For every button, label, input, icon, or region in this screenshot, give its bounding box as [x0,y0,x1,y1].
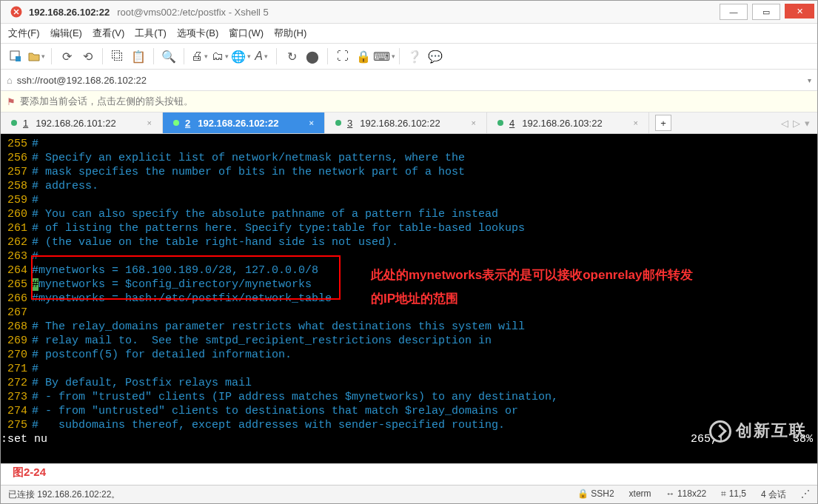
line-number: 274 [1,404,32,418]
toolbar-sep [102,48,103,64]
tab-close-icon[interactable]: × [147,118,152,127]
keyboard-icon[interactable]: ⌨ [375,47,393,65]
terminal-line: 262# (the value on the table right-hand … [1,235,817,249]
maximize-button[interactable]: ▭ [752,4,780,20]
menu-options[interactable]: 选项卡(B) [177,27,218,40]
menu-edit[interactable]: 编辑(E) [50,27,82,40]
tab-close-icon[interactable]: × [472,118,476,127]
profile-icon[interactable]: 🗂 [211,47,229,65]
session-tab[interactable]: 1 192.168.26.101:22× [1,112,163,133]
help-icon[interactable]: ❔ [406,47,423,65]
lock-icon[interactable]: 🔒 [355,47,372,65]
figure-caption: 图2-24 [1,463,817,485]
tab-label: 192.168.26.101:22 [36,118,115,129]
open-session-icon[interactable] [27,47,45,65]
session-tab[interactable]: 2 192.168.26.102:22× [163,112,325,133]
status-sessions: 4 会话 [761,488,786,501]
tab-label: 192.168.26.102:22 [198,118,278,129]
terminal-line: 258# address. [1,179,817,193]
menubar: 文件(F) 编辑(E) 查看(V) 工具(T) 选项卡(B) 窗口(W) 帮助(… [1,24,817,44]
terminal-line: 268# The relay_domains parameter restric… [1,320,817,334]
line-number: 275 [1,418,32,432]
terminal-line: 271# [1,362,817,376]
fullscreen-icon[interactable]: ⛶ [334,47,352,65]
line-number: 260 [1,207,32,221]
line-text: # [32,249,38,263]
line-text: # The relay_domains parameter restricts … [32,320,525,334]
terminal-line: 257# mask specifies the number of bits i… [1,165,817,179]
toolbar: ⟳ ⟲ ⿻ 📋 🔍 🖨 🗂 🌐 A ↻ ⬤ ⛶ 🔒 ⌨ ❔ 💬 [1,44,817,70]
menu-window[interactable]: 窗口(W) [229,27,264,40]
watermark-text: 创新互联 [736,425,807,439]
tab-close-icon[interactable]: × [309,118,314,127]
line-text: # By default, Postfix relays mail [32,376,252,390]
address-bar[interactable]: ⌂ ssh://root@192.168.26.102:22 ▾ [1,70,817,91]
line-number: 267 [1,306,32,320]
line-number: 266 [1,292,32,306]
print-icon[interactable]: 🖨 [190,47,208,65]
menu-help[interactable]: 帮助(H) [274,27,306,40]
tab-close-icon[interactable]: × [634,118,638,127]
address-dropdown-icon[interactable]: ▾ [808,76,811,84]
status-term: xterm [629,488,651,501]
toolbar-sep [327,48,328,64]
vim-command: :set nu [1,432,635,446]
line-number: 269 [1,334,32,348]
vim-status-line: :set nu 265,1 38% [1,432,817,446]
refresh-icon[interactable]: ↻ [283,47,301,65]
line-text: # Specify an explicit list of network/ne… [32,151,465,165]
copy-icon[interactable]: ⿻ [109,47,127,65]
line-text: #mynetworks = hash:/etc/postfix/network_… [32,292,332,306]
status-dot-icon [11,120,17,126]
toolbar-sep [51,48,52,64]
line-text: # postconf(5) for detailed information. [32,348,292,362]
watermark: 创新互联 [709,420,807,443]
line-number: 263 [1,249,32,263]
line-number: 272 [1,376,32,390]
address-lock-icon: ⌂ [7,75,13,86]
paste-icon[interactable]: 📋 [130,47,147,65]
session-tab[interactable]: 3 192.168.26.102:22× [325,112,487,133]
reconnect-icon[interactable]: ⟳ [58,47,76,65]
tab-prev-icon[interactable]: ◁ [781,118,788,129]
status-bar: 已连接 192.168.26.102:22。 🔒 SSH2 xterm ↔ 11… [1,485,817,503]
xshell-app-icon [10,5,23,19]
menu-tools[interactable]: 工具(T) [135,27,167,40]
new-session-icon[interactable] [7,47,24,65]
close-button[interactable]: ✕ [785,4,814,19]
line-number: 255 [1,137,32,151]
status-dot-icon [335,120,341,126]
line-text: # (the value on the table right-hand sid… [32,235,398,249]
menu-view[interactable]: 查看(V) [93,27,124,40]
search-icon[interactable]: 🔍 [160,47,178,65]
line-text: # - from "trusted" clients (IP address m… [32,390,558,404]
terminal-line: 259# [1,193,817,207]
tab-number: 1 [23,118,28,129]
terminal[interactable]: 255#256# Specify an explicit list of net… [1,134,817,463]
font-icon[interactable]: A [252,47,270,65]
status-grip-icon: ⋰ [801,488,810,501]
chat-icon[interactable]: 💬 [426,47,444,65]
tab-next-icon[interactable]: ▷ [793,118,800,129]
tab-label: 192.168.26.102:22 [360,118,440,129]
line-text: # - from "untrusted" clients to destinat… [32,404,518,418]
menu-file[interactable]: 文件(F) [8,27,40,40]
terminal-line: 270# postconf(5) for detailed informatio… [1,348,817,362]
record-icon[interactable]: ⬤ [304,47,321,65]
tab-number: 4 [509,118,514,129]
tab-number: 3 [347,118,352,129]
tab-list-icon[interactable]: ▾ [805,118,810,129]
terminal-line: 260# You can also specify the absolute p… [1,207,817,221]
window-controls: — ▭ ✕ [715,4,814,20]
minimize-button[interactable]: — [720,4,748,20]
terminal-line: 272# By default, Postfix relays mail [1,376,817,390]
globe-icon[interactable]: 🌐 [232,47,249,65]
status-rowcol: ⌗ 11,5 [721,488,746,501]
session-tab[interactable]: 4 192.168.26.103:22× [487,112,649,133]
titlebar-title: root@vms002:/etc/postfix - Xshell 5 [117,7,269,18]
line-number: 271 [1,362,32,376]
line-number: 257 [1,165,32,179]
add-tab-button[interactable]: + [655,115,671,131]
disconnect-icon[interactable]: ⟲ [78,47,96,65]
line-number: 256 [1,151,32,165]
